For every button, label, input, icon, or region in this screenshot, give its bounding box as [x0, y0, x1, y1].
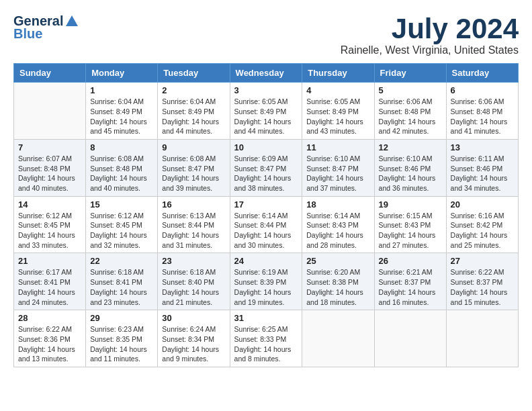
table-row: 1Sunrise: 6:04 AM Sunset: 8:49 PM Daylig…	[86, 83, 158, 140]
table-row	[14, 83, 86, 140]
col-monday: Monday	[86, 64, 158, 83]
table-row: 8Sunrise: 6:08 AM Sunset: 8:48 PM Daylig…	[86, 139, 158, 196]
day-info: Sunrise: 6:22 AM Sunset: 8:36 PM Dayligh…	[18, 324, 81, 364]
logo-blue: Blue	[13, 26, 42, 42]
table-row: 17Sunrise: 6:14 AM Sunset: 8:44 PM Dayli…	[230, 196, 302, 253]
day-number: 20	[451, 199, 514, 210]
subtitle: Rainelle, West Virginia, United States	[341, 44, 519, 56]
day-info: Sunrise: 6:25 AM Sunset: 8:33 PM Dayligh…	[234, 324, 298, 364]
day-info: Sunrise: 6:19 AM Sunset: 8:39 PM Dayligh…	[234, 267, 298, 307]
table-row: 5Sunrise: 6:06 AM Sunset: 8:48 PM Daylig…	[374, 83, 446, 140]
title-section: July 2024 Rainelle, West Virginia, Unite…	[341, 13, 519, 56]
day-info: Sunrise: 6:12 AM Sunset: 8:45 PM Dayligh…	[90, 211, 153, 250]
day-info: Sunrise: 6:16 AM Sunset: 8:42 PM Dayligh…	[451, 211, 514, 250]
table-row: 6Sunrise: 6:06 AM Sunset: 8:48 PM Daylig…	[446, 83, 518, 140]
main-title: July 2024	[341, 13, 519, 44]
calendar-week-row: 1Sunrise: 6:04 AM Sunset: 8:49 PM Daylig…	[14, 83, 519, 140]
day-info: Sunrise: 6:21 AM Sunset: 8:37 PM Dayligh…	[379, 267, 442, 307]
day-info: Sunrise: 6:23 AM Sunset: 8:35 PM Dayligh…	[90, 324, 153, 364]
day-number: 21	[18, 256, 81, 266]
table-row: 18Sunrise: 6:14 AM Sunset: 8:43 PM Dayli…	[302, 196, 374, 253]
table-row: 11Sunrise: 6:10 AM Sunset: 8:47 PM Dayli…	[302, 139, 374, 196]
table-row: 7Sunrise: 6:07 AM Sunset: 8:48 PM Daylig…	[14, 139, 86, 196]
table-row: 28Sunrise: 6:22 AM Sunset: 8:36 PM Dayli…	[14, 310, 86, 367]
day-number: 2	[162, 85, 225, 95]
day-number: 31	[234, 313, 298, 323]
calendar: Sunday Monday Tuesday Wednesday Thursday…	[13, 63, 519, 367]
day-info: Sunrise: 6:09 AM Sunset: 8:47 PM Dayligh…	[234, 154, 298, 193]
table-row: 4Sunrise: 6:05 AM Sunset: 8:49 PM Daylig…	[302, 83, 374, 140]
logo-icon	[64, 14, 79, 29]
header: General Blue July 2024 Rainelle, West Vi…	[13, 13, 519, 56]
day-number: 12	[379, 142, 442, 152]
table-row: 3Sunrise: 6:05 AM Sunset: 8:49 PM Daylig…	[230, 83, 302, 140]
calendar-header-row: Sunday Monday Tuesday Wednesday Thursday…	[14, 64, 519, 83]
day-number: 15	[90, 199, 153, 210]
col-saturday: Saturday	[446, 64, 518, 83]
table-row: 31Sunrise: 6:25 AM Sunset: 8:33 PM Dayli…	[230, 310, 302, 367]
table-row: 14Sunrise: 6:12 AM Sunset: 8:45 PM Dayli…	[14, 196, 86, 253]
day-number: 7	[18, 142, 81, 152]
day-info: Sunrise: 6:11 AM Sunset: 8:46 PM Dayligh…	[451, 154, 514, 193]
col-friday: Friday	[374, 64, 446, 83]
day-info: Sunrise: 6:24 AM Sunset: 8:34 PM Dayligh…	[162, 324, 225, 364]
day-number: 8	[90, 142, 153, 152]
day-info: Sunrise: 6:04 AM Sunset: 8:49 PM Dayligh…	[162, 97, 225, 136]
table-row: 2Sunrise: 6:04 AM Sunset: 8:49 PM Daylig…	[158, 83, 230, 140]
svg-marker-0	[66, 15, 78, 26]
table-row: 22Sunrise: 6:18 AM Sunset: 8:41 PM Dayli…	[86, 253, 158, 310]
table-row	[302, 310, 374, 367]
table-row: 16Sunrise: 6:13 AM Sunset: 8:44 PM Dayli…	[158, 196, 230, 253]
day-info: Sunrise: 6:17 AM Sunset: 8:41 PM Dayligh…	[18, 267, 81, 307]
day-number: 25	[306, 256, 369, 266]
table-row: 10Sunrise: 6:09 AM Sunset: 8:47 PM Dayli…	[230, 139, 302, 196]
table-row: 27Sunrise: 6:22 AM Sunset: 8:37 PM Dayli…	[446, 253, 518, 310]
table-row: 26Sunrise: 6:21 AM Sunset: 8:37 PM Dayli…	[374, 253, 446, 310]
table-row	[374, 310, 446, 367]
logo: General Blue	[13, 13, 79, 42]
day-number: 4	[306, 85, 369, 95]
table-row: 12Sunrise: 6:10 AM Sunset: 8:46 PM Dayli…	[374, 139, 446, 196]
day-info: Sunrise: 6:14 AM Sunset: 8:43 PM Dayligh…	[306, 211, 369, 250]
table-row: 9Sunrise: 6:08 AM Sunset: 8:47 PM Daylig…	[158, 139, 230, 196]
table-row: 15Sunrise: 6:12 AM Sunset: 8:45 PM Dayli…	[86, 196, 158, 253]
day-number: 10	[234, 142, 298, 152]
calendar-week-row: 28Sunrise: 6:22 AM Sunset: 8:36 PM Dayli…	[14, 310, 519, 367]
day-number: 27	[451, 256, 514, 266]
day-info: Sunrise: 6:05 AM Sunset: 8:49 PM Dayligh…	[306, 97, 369, 136]
day-number: 17	[234, 199, 298, 210]
day-number: 23	[162, 256, 225, 266]
table-row: 24Sunrise: 6:19 AM Sunset: 8:39 PM Dayli…	[230, 253, 302, 310]
table-row: 19Sunrise: 6:15 AM Sunset: 8:43 PM Dayli…	[374, 196, 446, 253]
day-number: 19	[379, 199, 442, 210]
table-row: 21Sunrise: 6:17 AM Sunset: 8:41 PM Dayli…	[14, 253, 86, 310]
day-number: 26	[379, 256, 442, 266]
day-number: 5	[379, 85, 442, 95]
table-row	[446, 310, 518, 367]
day-number: 30	[162, 313, 225, 323]
day-number: 28	[18, 313, 81, 323]
day-info: Sunrise: 6:18 AM Sunset: 8:41 PM Dayligh…	[90, 267, 153, 307]
day-number: 11	[306, 142, 369, 152]
day-info: Sunrise: 6:18 AM Sunset: 8:40 PM Dayligh…	[162, 267, 225, 307]
table-row: 29Sunrise: 6:23 AM Sunset: 8:35 PM Dayli…	[86, 310, 158, 367]
day-number: 14	[18, 199, 81, 210]
day-number: 29	[90, 313, 153, 323]
table-row: 23Sunrise: 6:18 AM Sunset: 8:40 PM Dayli…	[158, 253, 230, 310]
day-info: Sunrise: 6:12 AM Sunset: 8:45 PM Dayligh…	[18, 211, 81, 250]
calendar-week-row: 14Sunrise: 6:12 AM Sunset: 8:45 PM Dayli…	[14, 196, 519, 253]
day-info: Sunrise: 6:14 AM Sunset: 8:44 PM Dayligh…	[234, 211, 298, 250]
day-info: Sunrise: 6:06 AM Sunset: 8:48 PM Dayligh…	[451, 97, 514, 136]
day-number: 22	[90, 256, 153, 266]
day-info: Sunrise: 6:15 AM Sunset: 8:43 PM Dayligh…	[379, 211, 442, 250]
day-info: Sunrise: 6:22 AM Sunset: 8:37 PM Dayligh…	[451, 267, 514, 307]
table-row: 20Sunrise: 6:16 AM Sunset: 8:42 PM Dayli…	[446, 196, 518, 253]
day-info: Sunrise: 6:08 AM Sunset: 8:48 PM Dayligh…	[90, 154, 153, 193]
day-info: Sunrise: 6:06 AM Sunset: 8:48 PM Dayligh…	[379, 97, 442, 136]
day-info: Sunrise: 6:05 AM Sunset: 8:49 PM Dayligh…	[234, 97, 298, 136]
col-sunday: Sunday	[14, 64, 86, 83]
day-number: 3	[234, 85, 298, 95]
day-info: Sunrise: 6:10 AM Sunset: 8:46 PM Dayligh…	[379, 154, 442, 193]
day-info: Sunrise: 6:07 AM Sunset: 8:48 PM Dayligh…	[18, 154, 81, 193]
day-info: Sunrise: 6:08 AM Sunset: 8:47 PM Dayligh…	[162, 154, 225, 193]
